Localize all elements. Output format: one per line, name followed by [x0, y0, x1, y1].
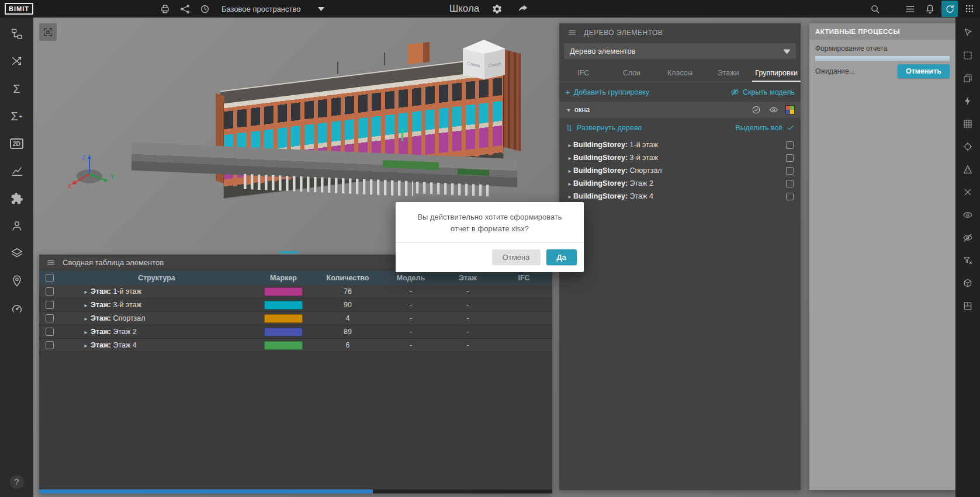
settings-gear-icon[interactable]: [489, 1, 505, 17]
tree-tab[interactable]: IFC: [559, 65, 608, 82]
eye-icon[interactable]: [960, 207, 976, 223]
active-processes-icon[interactable]: [941, 1, 958, 17]
expand-caret-icon[interactable]: ▸: [82, 342, 89, 349]
group-row-okna[interactable]: ▾ окна: [559, 102, 801, 118]
expand-caret-icon[interactable]: ▸: [82, 315, 89, 322]
select-all-button[interactable]: Выделить всё: [735, 123, 795, 132]
col-marker[interactable]: Маркер: [253, 274, 314, 282]
grid-icon[interactable]: [960, 116, 976, 132]
close-x-icon[interactable]: [960, 184, 976, 200]
tree-item-checkbox[interactable]: [786, 180, 794, 187]
marker-color[interactable]: [264, 301, 303, 310]
plugins-puzzle-icon[interactable]: [5, 187, 29, 210]
row-checkbox[interactable]: [46, 314, 54, 322]
notifications-bell-icon[interactable]: [922, 1, 938, 17]
row-checkbox[interactable]: [46, 328, 54, 336]
table-row[interactable]: ▸Этаж: 3-й этаж 90 - -: [39, 298, 552, 312]
box-select-icon[interactable]: [960, 47, 976, 64]
cancel-process-button[interactable]: Отменить: [898, 64, 950, 78]
select-cursor-icon[interactable]: [960, 25, 976, 41]
expand-caret-icon[interactable]: ▸: [82, 329, 89, 335]
col-count[interactable]: Количество: [314, 274, 382, 282]
add-group-button[interactable]: + Добавить группировку: [565, 88, 649, 96]
tree-item-checkbox[interactable]: [786, 141, 794, 149]
panel-resize-handle[interactable]: [279, 251, 299, 253]
tree-item-checkbox[interactable]: [786, 167, 794, 175]
axis-gizmo[interactable]: Z X Y: [67, 153, 120, 194]
cube-icon[interactable]: [960, 275, 976, 291]
sigma-icon[interactable]: Σ: [5, 77, 29, 100]
history-clock-icon[interactable]: [197, 1, 213, 17]
apps-grid-icon[interactable]: [961, 1, 978, 17]
check-circle-icon[interactable]: [750, 104, 762, 116]
horizontal-scrollbar[interactable]: [39, 489, 552, 493]
search-icon[interactable]: [867, 1, 883, 17]
tree-type-selector[interactable]: Дерево элементов: [564, 43, 796, 59]
dialog-confirm-button[interactable]: Да: [546, 249, 577, 265]
bimit-logo[interactable]: BIMIT: [5, 3, 33, 15]
expand-caret-icon[interactable]: ▸: [566, 142, 573, 148]
eye-off-icon[interactable]: [960, 230, 976, 246]
tree-tab[interactable]: Классы: [656, 65, 704, 82]
col-floor[interactable]: Этаж: [440, 274, 496, 282]
marker-color[interactable]: [264, 314, 303, 323]
expand-caret-icon[interactable]: ▸: [82, 289, 89, 295]
select-all-checkbox[interactable]: [46, 274, 54, 282]
collaboration-icon[interactable]: [177, 1, 193, 17]
2d-icon[interactable]: 2D: [5, 132, 29, 155]
workspace-selector[interactable]: Базовое пространство: [221, 5, 325, 13]
row-checkbox[interactable]: [46, 301, 54, 309]
tree-menu-icon[interactable]: [566, 27, 578, 39]
group-color-swatch[interactable]: [785, 105, 795, 114]
navcube-left-face[interactable]: Слева: [463, 49, 484, 79]
flash-icon[interactable]: [960, 93, 976, 109]
menu-list-icon[interactable]: [902, 1, 918, 17]
printer-icon[interactable]: [157, 1, 174, 17]
clash-icon[interactable]: [5, 50, 29, 73]
row-checkbox[interactable]: [46, 341, 54, 349]
user-icon[interactable]: [5, 214, 29, 238]
tree-item-checkbox[interactable]: [786, 193, 794, 200]
navigation-cube[interactable]: Слева Сзади: [462, 42, 506, 82]
marker-color[interactable]: [264, 341, 303, 350]
tree-item[interactable]: ▸ BuildingStorey: Этаж 4: [559, 190, 801, 203]
chart-icon[interactable]: [5, 159, 29, 183]
tree-tab[interactable]: Этажи: [704, 65, 753, 82]
tree-item[interactable]: ▸ BuildingStorey: Спортзал: [559, 164, 801, 177]
hide-model-button[interactable]: Скрыть модель: [730, 88, 795, 96]
expand-caret-icon[interactable]: ▸: [566, 180, 573, 187]
tree-item[interactable]: ▸ BuildingStorey: 3-й этаж: [559, 151, 801, 164]
model-tree-icon[interactable]: [5, 22, 29, 46]
table-row[interactable]: ▸Этаж: Этаж 2 89 - -: [39, 325, 552, 339]
section-plane-icon[interactable]: [960, 298, 976, 314]
visibility-eye-icon[interactable]: [768, 104, 780, 116]
expand-caret-icon[interactable]: ▸: [82, 302, 89, 308]
row-checkbox[interactable]: [46, 287, 54, 296]
tree-item[interactable]: ▸ BuildingStorey: Этаж 2: [559, 177, 801, 190]
help-button[interactable]: ?: [10, 475, 24, 489]
measure-icon[interactable]: [960, 161, 976, 178]
expand-caret-icon[interactable]: ▸: [566, 168, 573, 174]
navcube-back-face[interactable]: Сзади: [484, 49, 505, 79]
forward-icon[interactable]: [514, 1, 531, 17]
layers-icon[interactable]: [5, 242, 29, 265]
tree-item[interactable]: ▸ BuildingStorey: 1-й этаж: [559, 138, 801, 151]
tree-tab[interactable]: Группировки: [752, 65, 801, 82]
marker-color[interactable]: [264, 328, 303, 336]
collapse-caret-icon[interactable]: ▾: [565, 107, 572, 113]
expand-caret-icon[interactable]: ▸: [566, 193, 573, 200]
tree-tab[interactable]: Слои: [608, 65, 656, 82]
col-structure[interactable]: Структура: [60, 274, 253, 282]
gauge-icon[interactable]: [5, 297, 29, 320]
scrollbar-thumb[interactable]: [39, 489, 373, 493]
filter-clear-icon[interactable]: [960, 252, 976, 269]
table-row[interactable]: ▸Этаж: Этаж 4 6 - -: [39, 339, 552, 352]
table-row[interactable]: ▸Этаж: 1-й этаж 76 - -: [39, 285, 552, 298]
col-ifc[interactable]: IFC: [496, 274, 552, 282]
table-menu-icon[interactable]: [45, 256, 57, 268]
col-model[interactable]: Модель: [382, 274, 440, 282]
user-location-icon[interactable]: [5, 269, 29, 293]
dialog-cancel-button[interactable]: Отмена: [492, 249, 541, 265]
expand-caret-icon[interactable]: ▸: [566, 155, 573, 161]
fit-view-button[interactable]: [39, 23, 57, 41]
